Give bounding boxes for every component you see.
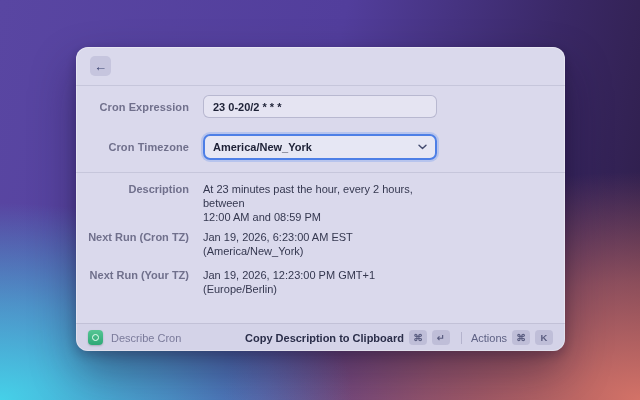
back-arrow-icon: ←: [94, 60, 107, 73]
description-label: Description: [76, 182, 189, 224]
actions-button[interactable]: Actions: [471, 332, 507, 344]
window-footer: Describe Cron Copy Description to Clipbo…: [76, 323, 565, 351]
cron-timezone-label: Cron Timezone: [76, 141, 189, 153]
description-row: Description At 23 minutes past the hour,…: [76, 182, 565, 224]
back-button[interactable]: ←: [90, 56, 111, 76]
window-header: ←: [76, 47, 565, 86]
next-run-cron-tz-label: Next Run (Cron TZ): [76, 230, 189, 258]
cron-details: Description At 23 minutes past the hour,…: [76, 173, 565, 306]
describe-cron-app-icon: [88, 330, 103, 345]
k-key-icon: K: [535, 330, 553, 345]
next-run-your-tz-value: Jan 19, 2026, 12:23:00 PM GMT+1 (Europe/…: [203, 268, 451, 296]
cron-timezone-row: Cron Timezone America/New_York: [76, 134, 565, 160]
description-line-2: 12:00 AM and 08:59 PM: [203, 210, 451, 224]
cron-expression-row: Cron Expression: [76, 95, 565, 118]
cron-timezone-value: America/New_York: [213, 141, 312, 153]
copy-description-button[interactable]: Copy Description to Clipboard: [245, 332, 404, 344]
command-key-icon: ⌘: [409, 330, 427, 345]
description-line-1: At 23 minutes past the hour, every 2 hou…: [203, 182, 451, 210]
description-value: At 23 minutes past the hour, every 2 hou…: [203, 182, 451, 224]
footer-actions: Copy Description to Clipboard ⌘ ↵ Action…: [245, 330, 553, 345]
cron-form: Cron Expression Cron Timezone America/Ne…: [76, 86, 565, 160]
command-key-icon: ⌘: [512, 330, 530, 345]
cron-expression-input[interactable]: [203, 95, 437, 118]
next-run-cron-tz-value: Jan 19, 2026, 6:23:00 AM EST (America/Ne…: [203, 230, 451, 258]
footer-separator: [461, 332, 462, 344]
next-run-your-tz-label: Next Run (Your TZ): [76, 268, 189, 296]
cron-timezone-dropdown[interactable]: America/New_York: [203, 134, 437, 160]
next-run-your-tz-row: Next Run (Your TZ) Jan 19, 2026, 12:23:0…: [76, 268, 565, 296]
cron-ring-icon: [92, 334, 99, 341]
next-run-cron-tz-row: Next Run (Cron TZ) Jan 19, 2026, 6:23:00…: [76, 230, 565, 258]
describe-cron-window: ← Cron Expression Cron Timezone America/…: [76, 47, 565, 351]
cron-expression-label: Cron Expression: [76, 101, 189, 113]
return-key-icon: ↵: [432, 330, 450, 345]
app-name-label: Describe Cron: [111, 332, 181, 344]
chevron-down-icon: [418, 144, 427, 150]
